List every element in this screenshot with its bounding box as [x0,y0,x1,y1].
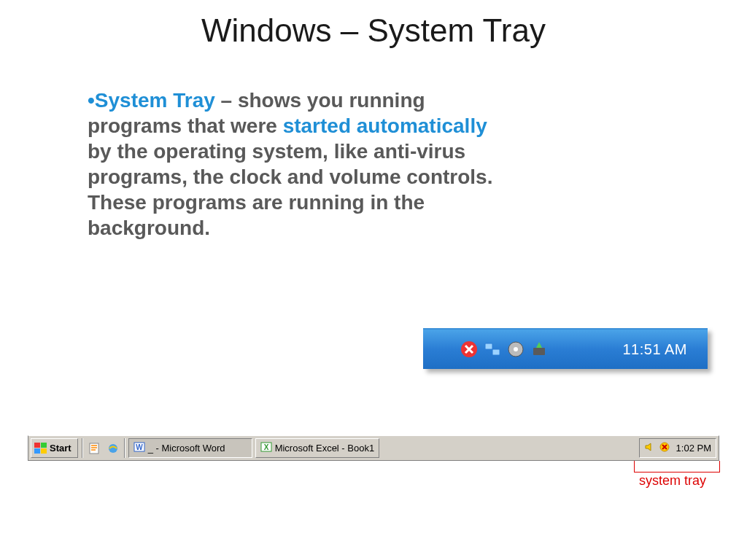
windows-logo-icon [34,443,47,454]
svg-rect-1 [485,343,492,349]
taskbar-separator [124,438,125,458]
shield-icon[interactable] [659,441,670,455]
classic-taskbar: Start W _ - Microsoft Word X Microsoft E… [28,435,719,461]
term-highlight: System Tray [95,89,215,112]
security-alert-icon[interactable] [460,340,479,359]
svg-rect-6 [34,443,40,448]
word-icon: W [133,441,145,455]
start-label: Start [50,443,71,454]
svg-rect-8 [34,448,40,454]
svg-text:W: W [136,443,143,451]
xp-system-tray: 11:51 AM [423,328,708,369]
task-button-word[interactable]: W _ - Microsoft Word [128,438,252,458]
disc-icon[interactable] [506,340,525,359]
slide-title: Windows – System Tray [169,0,578,48]
svg-rect-7 [41,443,47,448]
svg-rect-9 [41,448,47,454]
svg-rect-10 [90,443,98,454]
svg-rect-2 [492,349,500,355]
bullet-marker: • [88,89,95,112]
svg-text:X: X [263,443,268,451]
taskbar-separator [82,438,83,458]
task-label: Microsoft Excel - Book1 [275,443,375,454]
svg-point-4 [514,347,518,351]
slide-body: •System Tray – shows you running program… [88,88,496,241]
volume-icon[interactable] [644,441,656,455]
annotation-bracket [634,461,720,472]
notepad-icon[interactable] [86,440,102,456]
excel-icon: X [260,441,272,455]
annotation-label: system tray [639,473,706,489]
classic-system-tray: 1:02 PM [639,438,716,458]
svg-rect-5 [533,348,545,355]
network-icon[interactable] [483,340,502,359]
xp-tray-icon-group [460,340,549,359]
task-label: _ - Microsoft Word [148,443,225,454]
auto-highlight: started automatically [283,114,487,137]
body-part2: by the operating system, like anti-virus… [88,140,492,239]
device-icon[interactable] [530,340,549,359]
ie-icon[interactable] [105,440,121,456]
classic-tray-clock[interactable]: 1:02 PM [676,443,711,454]
task-button-excel[interactable]: X Microsoft Excel - Book1 [255,438,380,458]
xp-tray-clock[interactable]: 11:51 AM [622,341,687,358]
start-button[interactable]: Start [31,438,78,458]
